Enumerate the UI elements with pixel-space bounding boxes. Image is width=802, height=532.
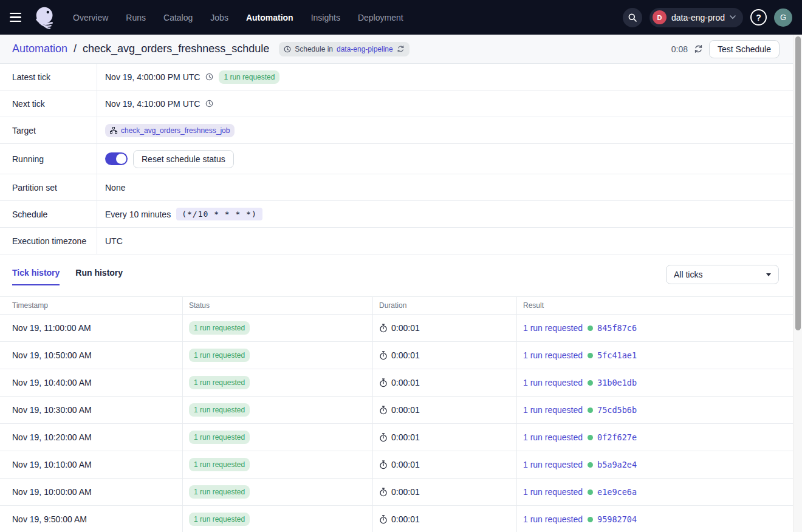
tick-row: Nov 19, 10:50:00 AM 1 run requested 0:00… xyxy=(0,342,802,369)
run-id-link[interactable]: b5a9a2e4 xyxy=(597,460,637,469)
reset-schedule-status-button[interactable]: Reset schedule status xyxy=(133,150,234,168)
nav-item-catalog[interactable]: Catalog xyxy=(163,13,193,22)
nav-item-deployment[interactable]: Deployment xyxy=(358,13,403,22)
tick-result-link[interactable]: 1 run requested xyxy=(523,405,583,415)
table-header-row: Timestamp Status Duration Result xyxy=(0,296,802,315)
stopwatch-icon xyxy=(379,433,388,442)
stopwatch-icon xyxy=(379,460,388,469)
tick-duration: 0:00:01 xyxy=(391,460,420,469)
target-label: Target xyxy=(0,117,97,143)
stopwatch-icon xyxy=(379,324,388,333)
search-icon xyxy=(628,13,637,22)
tab-run-history[interactable]: Run history xyxy=(75,268,123,285)
detail-row-target: Target check_avg_orders_freshness_job xyxy=(0,117,802,144)
test-schedule-button[interactable]: Test Schedule xyxy=(709,40,780,58)
detail-row-partition-set: Partition set None xyxy=(0,174,802,201)
reload-location-icon[interactable] xyxy=(397,45,405,53)
refresh-icon[interactable] xyxy=(694,44,703,53)
nav-item-insights[interactable]: Insights xyxy=(311,13,340,22)
select-caret-icon xyxy=(766,273,771,276)
tick-duration: 0:00:01 xyxy=(391,487,420,497)
vertical-scrollbar xyxy=(793,35,802,532)
run-status-dot xyxy=(588,408,593,413)
avatar-initial: G xyxy=(780,13,786,22)
tick-result-link[interactable]: 1 run requested xyxy=(523,460,583,469)
refresh-countdown: 0:08 xyxy=(671,44,688,54)
run-id-link[interactable]: 845f87c6 xyxy=(597,323,637,333)
tick-filter-value: All ticks xyxy=(674,270,702,279)
stopwatch-icon xyxy=(379,488,388,497)
timezone-label: Execution timezone xyxy=(0,228,97,254)
detail-row-next-tick: Next tick Nov 19, 4:10:00 PM UTC xyxy=(0,90,802,117)
nav-item-automation[interactable]: Automation xyxy=(246,13,293,22)
nav-item-jobs[interactable]: Jobs xyxy=(210,13,228,22)
run-id-link[interactable]: 5fc41ae1 xyxy=(597,350,637,360)
chevron-down-icon xyxy=(730,15,736,19)
tick-duration: 0:00:01 xyxy=(391,378,420,387)
target-job-name: check_avg_orders_freshness_job xyxy=(121,126,230,135)
tick-row: Nov 19, 10:00:00 AM 1 run requested 0:00… xyxy=(0,479,802,506)
run-status-dot xyxy=(588,435,593,440)
detail-row-timezone: Execution timezone UTC xyxy=(0,228,802,254)
run-id-link[interactable]: 31b0e1db xyxy=(597,378,637,387)
clock-icon xyxy=(284,46,291,53)
partition-set-value: None xyxy=(105,183,125,193)
running-label: Running xyxy=(0,144,97,174)
col-header-duration: Duration xyxy=(372,297,516,314)
running-toggle[interactable] xyxy=(105,152,128,165)
tick-timestamp: Nov 19, 10:30:00 AM xyxy=(12,405,92,415)
tick-result-link[interactable]: 1 run requested xyxy=(523,350,583,360)
nav-item-overview[interactable]: Overview xyxy=(73,13,108,22)
breadcrumb-right: 0:08 Test Schedule xyxy=(671,40,780,58)
run-status-dot xyxy=(588,517,593,522)
run-id-link[interactable]: 95982704 xyxy=(597,514,637,524)
tick-result-link[interactable]: 1 run requested xyxy=(523,378,583,387)
run-id-link[interactable]: e1e9ce6a xyxy=(597,487,637,497)
tick-result-link[interactable]: 1 run requested xyxy=(523,487,583,497)
partition-set-label: Partition set xyxy=(0,174,97,200)
run-status-dot xyxy=(588,353,593,358)
cron-expression: (*/10 * * * *) xyxy=(176,208,262,220)
target-job-tag[interactable]: check_avg_orders_freshness_job xyxy=(105,124,235,137)
run-id-link[interactable]: 0f2f627e xyxy=(597,432,637,442)
tick-timestamp: Nov 19, 10:00:00 AM xyxy=(12,487,92,497)
tick-row: Nov 19, 11:00:00 AM 1 run requested 0:00… xyxy=(0,315,802,342)
tick-duration: 0:00:01 xyxy=(391,405,420,415)
detail-row-schedule: Schedule Every 10 minutes (*/10 * * * *) xyxy=(0,201,802,228)
tick-row: Nov 19, 10:10:00 AM 1 run requested 0:00… xyxy=(0,451,802,479)
tick-filter-select[interactable]: All ticks xyxy=(666,265,779,284)
search-button[interactable] xyxy=(623,8,642,27)
run-id-link[interactable]: 75cd5b6b xyxy=(597,405,637,415)
toggle-knob xyxy=(116,154,126,164)
tick-duration: 0:00:01 xyxy=(391,432,420,442)
dagster-logo[interactable] xyxy=(33,4,58,31)
help-button[interactable]: ? xyxy=(750,9,767,26)
tick-result-link[interactable]: 1 run requested xyxy=(523,323,583,333)
stopwatch-icon xyxy=(379,378,388,387)
tick-status-badge: 1 run requested xyxy=(189,321,250,335)
tick-result-link[interactable]: 1 run requested xyxy=(523,432,583,442)
nav-item-runs[interactable]: Runs xyxy=(126,13,146,22)
tick-timestamp: Nov 19, 10:50:00 AM xyxy=(12,350,92,360)
hamburger-menu-icon[interactable] xyxy=(10,9,27,26)
breadcrumb-automation-link[interactable]: Automation xyxy=(12,43,67,55)
topbar-right-controls: D data-eng-prod ? G xyxy=(623,8,792,27)
history-header: Tick history Run history All ticks xyxy=(0,254,802,288)
tab-tick-history[interactable]: Tick history xyxy=(12,268,60,285)
stopwatch-icon xyxy=(379,351,388,360)
code-location-link[interactable]: data-eng-pipeline xyxy=(337,45,393,53)
next-tick-time: Nov 19, 4:10:00 PM UTC xyxy=(105,99,200,109)
schedule-label: Schedule xyxy=(0,201,97,227)
scrollbar-thumb[interactable] xyxy=(795,36,801,330)
tick-result-link[interactable]: 1 run requested xyxy=(523,514,583,524)
workspace-switcher[interactable]: D data-eng-prod xyxy=(649,8,743,27)
octopus-logo-icon xyxy=(33,4,58,31)
detail-row-running: Running Reset schedule status xyxy=(0,144,802,174)
user-avatar[interactable]: G xyxy=(774,9,792,27)
clock-icon xyxy=(205,100,213,107)
latest-tick-status-badge: 1 run requested xyxy=(219,70,279,84)
breadcrumb-separator: / xyxy=(74,43,77,55)
tick-timestamp: Nov 19, 9:50:00 AM xyxy=(12,514,87,524)
history-tabs: Tick history Run history xyxy=(12,268,123,285)
question-mark-icon: ? xyxy=(756,13,761,22)
